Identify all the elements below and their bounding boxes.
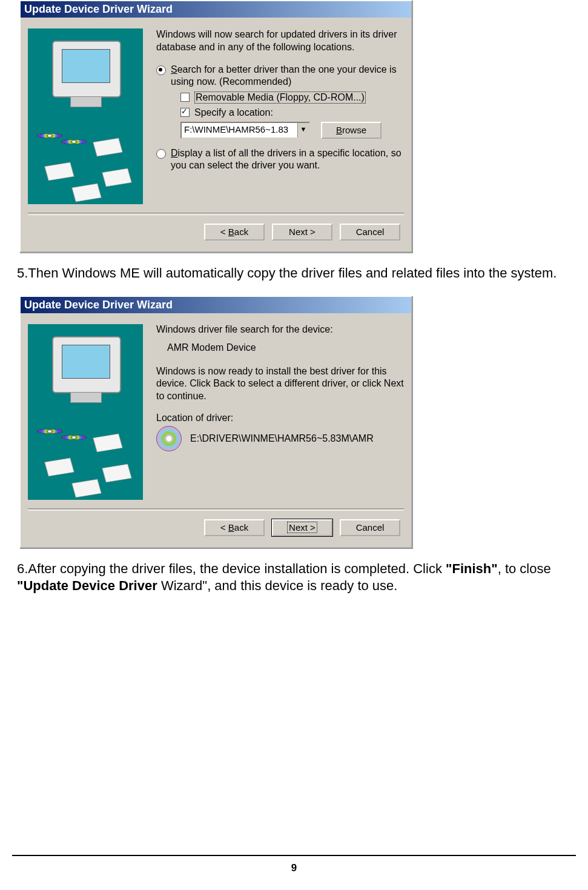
radio-search-better-label: Search for a better driver than the one … (171, 64, 404, 88)
wizard-side-graphic (28, 28, 143, 204)
checkbox-removable-media-label: Removable Media (Floppy, CD-ROM...) (194, 91, 366, 104)
wizard-dialog-ready: Update Device Driver Wizard Windows driv… (19, 296, 412, 548)
checkbox-removable-media[interactable] (180, 93, 190, 102)
next-button[interactable]: Next > (272, 224, 332, 241)
back-button[interactable]: < Back (204, 519, 265, 536)
location-value: F:\WINME\HAMR56~1.83 (182, 123, 297, 138)
wizard-dialog-search: Update Device Driver Wizard Windows will… (19, 0, 412, 253)
wizard-side-graphic (28, 324, 143, 500)
cancel-button[interactable]: Cancel (340, 224, 400, 241)
radio-search-better[interactable] (156, 65, 166, 75)
page-number: 9 (12, 855, 576, 874)
radio-display-list[interactable] (156, 149, 166, 159)
checkbox-specify-location[interactable] (180, 108, 190, 117)
step-6: 6.After copying the driver files, the de… (17, 560, 571, 595)
cd-icon (156, 426, 182, 451)
driver-path: E:\DRIVER\WINME\HAMR56~5.83M\AMR (190, 433, 374, 444)
radio-display-list-label: Display a list of all the drivers in a s… (171, 147, 404, 171)
step-5: 5.Then Windows ME will automatically cop… (17, 265, 571, 282)
ready-text: Windows is now ready to install the best… (156, 365, 404, 403)
back-button[interactable]: < Back (204, 224, 265, 241)
dialog-title: Update Device Driver Wizard (21, 297, 411, 313)
location-label: Location of driver: (156, 413, 404, 423)
cancel-button[interactable]: Cancel (340, 519, 400, 536)
browse-button[interactable]: Browse (321, 122, 382, 139)
location-combobox[interactable]: F:\WINME\HAMR56~1.83 ▼ (180, 122, 310, 139)
search-for-device-label: Windows driver file search for the devic… (156, 324, 404, 335)
checkbox-specify-location-label: Specify a location: (194, 107, 273, 118)
chevron-down-icon[interactable]: ▼ (297, 123, 309, 138)
device-name: AMR Modem Device (167, 342, 404, 353)
dialog-title: Update Device Driver Wizard (21, 1, 411, 18)
next-button[interactable]: Next > (272, 519, 332, 536)
intro-text: Windows will now search for updated driv… (156, 28, 404, 54)
